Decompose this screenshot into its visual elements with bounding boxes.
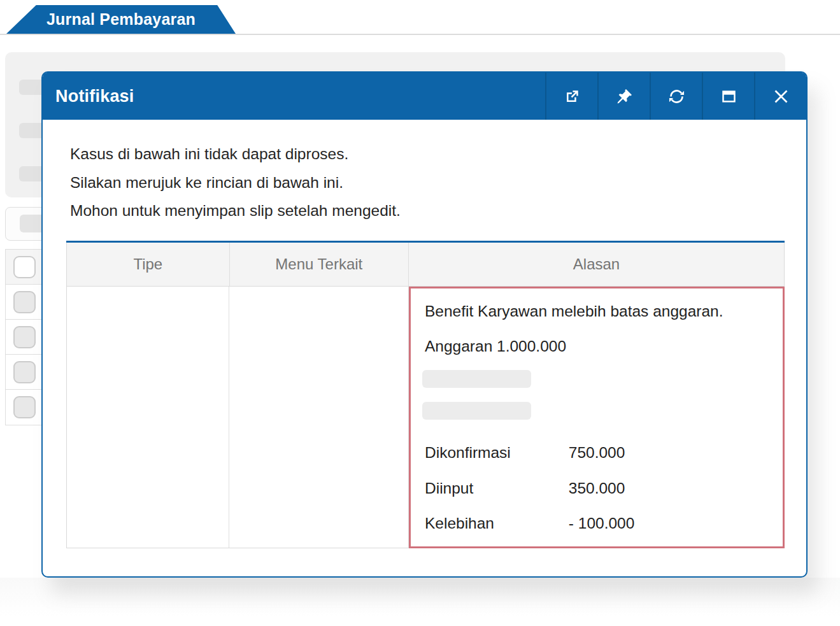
notification-table: Tipe Menu Terkait Alasan Benefit Karyawa… bbox=[66, 241, 785, 548]
cell-tipe bbox=[66, 287, 229, 548]
table-header-row: Tipe Menu Terkait Alasan bbox=[66, 243, 785, 287]
pin-button[interactable] bbox=[597, 73, 650, 120]
message-line: Silakan merujuk ke rincian di bawah ini. bbox=[70, 169, 401, 197]
detail-value: 350.000 bbox=[569, 480, 625, 497]
open-external-icon bbox=[564, 88, 581, 105]
row-checkbox bbox=[13, 361, 36, 383]
notification-dialog: Notifikasi bbox=[41, 71, 808, 578]
maximize-button[interactable] bbox=[702, 73, 754, 120]
dialog-messages: Kasus di bawah ini tidak dapat diproses.… bbox=[70, 140, 401, 225]
row-checkbox bbox=[13, 291, 36, 313]
detail-value: 750.000 bbox=[569, 444, 625, 461]
cell-menu-terkait bbox=[229, 287, 409, 548]
row-checkbox bbox=[13, 326, 36, 348]
column-header-tipe: Tipe bbox=[67, 243, 230, 286]
message-line: Kasus di bawah ini tidak dapat diproses. bbox=[70, 140, 401, 169]
refresh-button[interactable] bbox=[650, 73, 702, 120]
close-icon bbox=[772, 88, 790, 105]
detail-label: Kelebihan bbox=[425, 515, 564, 532]
message-line: Mohon untuk menyimpan slip setelah menge… bbox=[70, 197, 401, 225]
open-external-button[interactable] bbox=[545, 73, 597, 120]
dialog-header: Notifikasi bbox=[43, 73, 806, 120]
detail-label: Dikonfirmasi bbox=[425, 444, 564, 462]
page-divider bbox=[0, 34, 840, 35]
tab-jurnal-pembayaran[interactable]: Jurnal Pembayaran bbox=[6, 5, 236, 34]
close-button[interactable] bbox=[754, 73, 806, 120]
detail-row-kelebihan: Kelebihan - 100.000 bbox=[425, 515, 634, 532]
detail-row-dikonfirmasi: Dikonfirmasi 750.000 bbox=[425, 444, 625, 462]
select-all-checkbox bbox=[13, 256, 36, 278]
skeleton-bar bbox=[422, 402, 531, 420]
pin-icon bbox=[616, 88, 633, 105]
row-checkbox bbox=[13, 396, 36, 418]
refresh-icon bbox=[668, 88, 685, 105]
reason-text: Benefit Karyawan melebih batas anggaran. bbox=[425, 302, 723, 320]
table-row: Benefit Karyawan melebih batas anggaran.… bbox=[66, 287, 785, 548]
maximize-icon bbox=[720, 88, 737, 105]
column-header-alasan: Alasan bbox=[409, 243, 784, 286]
dialog-title: Notifikasi bbox=[43, 73, 545, 120]
budget-text: Anggaran 1.000.000 bbox=[425, 338, 566, 355]
detail-label: Diinput bbox=[425, 480, 564, 497]
page-bottom-fade bbox=[0, 578, 840, 626]
column-header-menu-terkait: Menu Terkait bbox=[230, 243, 409, 286]
cell-alasan-highlighted: Benefit Karyawan melebih batas anggaran.… bbox=[409, 287, 785, 548]
tab-label: Jurnal Pembayaran bbox=[46, 10, 196, 29]
detail-value: - 100.000 bbox=[569, 515, 635, 532]
skeleton-bar bbox=[422, 370, 531, 388]
detail-row-diinput: Diinput 350.000 bbox=[425, 480, 625, 497]
